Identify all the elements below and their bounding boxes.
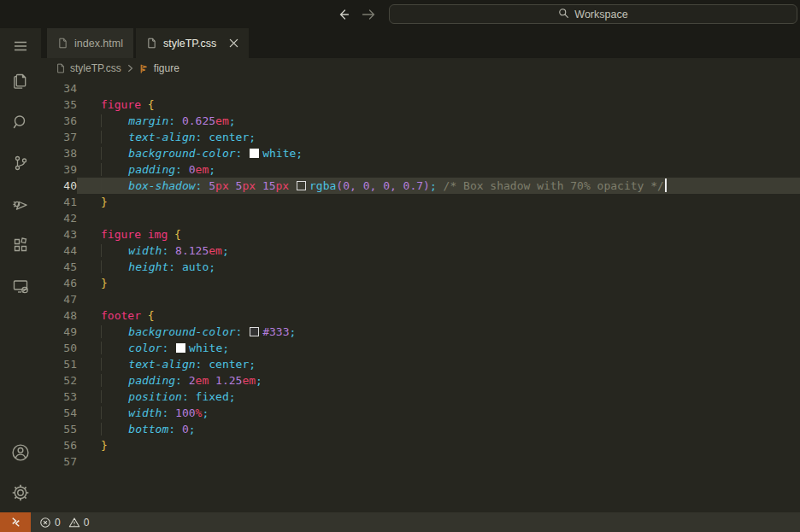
code-line[interactable]: 55 bottom: 0; [41, 421, 800, 437]
code-line[interactable]: 48footer { [41, 307, 800, 324]
code-line[interactable]: 53 position: fixed; [41, 389, 800, 405]
css-rule-symbol-icon [138, 63, 150, 74]
code-line[interactable]: 54 width: 100%; [41, 405, 800, 421]
error-count: 0 [55, 517, 61, 529]
tab-label: index.html [74, 38, 123, 50]
code-lines: 3435figure {36 margin: 0.625em;37 text-a… [41, 79, 800, 514]
activity-bar [0, 28, 41, 512]
line-number: 46 [41, 275, 77, 291]
tab-index-html[interactable]: index.html [47, 28, 134, 58]
line-number: 35 [41, 96, 77, 113]
code-line[interactable]: 44 width: 8.125em; [41, 243, 800, 259]
editor-group: index.html styleTP.css styleTP.css [41, 28, 800, 512]
line-number: 41 [41, 194, 77, 210]
line-number: 55 [41, 421, 77, 437]
line-number: 43 [41, 226, 77, 243]
color-swatch[interactable] [250, 327, 259, 336]
explorer-icon[interactable] [0, 64, 41, 98]
problems-status[interactable]: 0 0 [39, 517, 93, 529]
account-icon[interactable] [0, 436, 41, 470]
code-line[interactable]: 52 padding: 2em 1.25em; [41, 372, 800, 389]
back-arrow-icon[interactable] [336, 8, 350, 21]
status-bar: 0 0 [0, 512, 800, 532]
code-line[interactable]: 46} [41, 275, 800, 291]
remote-explorer-icon[interactable] [0, 269, 41, 303]
code-line[interactable]: 37 text-align: center; [41, 129, 800, 145]
code-line[interactable]: 50 color: white; [41, 340, 800, 356]
search-sidebar-icon[interactable] [0, 105, 41, 139]
command-center-label: Workspace [574, 9, 627, 20]
code-line[interactable]: 36 margin: 0.625em; [41, 113, 800, 129]
tab-styletp-css[interactable]: styleTP.css [136, 28, 249, 58]
color-swatch[interactable] [297, 181, 306, 190]
breadcrumb-symbol[interactable]: figure [154, 62, 179, 74]
source-control-icon[interactable] [0, 146, 41, 180]
code-line[interactable]: 45 height: auto; [41, 259, 800, 275]
line-number: 57 [41, 453, 77, 470]
code-line[interactable]: 34 [41, 80, 800, 96]
code-line[interactable]: 42 [41, 210, 800, 226]
file-icon [57, 38, 68, 49]
line-number: 50 [41, 340, 77, 356]
chevron-right-icon [126, 64, 134, 73]
line-number: 36 [41, 113, 77, 129]
code-line[interactable]: 49 background-color: #333; [41, 324, 800, 340]
line-number: 47 [41, 291, 77, 307]
line-number: 44 [41, 243, 77, 259]
line-number: 48 [41, 307, 77, 324]
forward-arrow-icon[interactable] [362, 8, 375, 21]
line-number: 56 [41, 437, 77, 453]
code-line[interactable]: 47 [41, 291, 800, 307]
code-line[interactable]: 56} [41, 437, 800, 453]
run-debug-icon[interactable] [0, 187, 41, 221]
file-icon [146, 38, 157, 49]
tab-label: styleTP.css [163, 38, 216, 50]
warning-count: 0 [84, 517, 90, 529]
line-number: 54 [41, 405, 77, 421]
line-number: 40 [41, 178, 77, 194]
line-number: 34 [41, 80, 77, 96]
line-number: 52 [41, 372, 77, 389]
code-line[interactable]: 57 [41, 453, 800, 470]
extensions-icon[interactable] [0, 228, 41, 262]
code-line[interactable]: 38 background-color: white; [41, 145, 800, 161]
line-number: 53 [41, 389, 77, 405]
line-number: 37 [41, 129, 77, 145]
code-line[interactable]: 35figure { [41, 96, 800, 113]
line-number: 49 [41, 324, 77, 340]
menu-icon[interactable] [0, 29, 41, 63]
line-number: 38 [41, 145, 77, 161]
breadcrumb: styleTP.css figure [41, 58, 800, 79]
color-swatch[interactable] [250, 149, 259, 158]
settings-gear-icon[interactable] [0, 476, 41, 510]
code-line[interactable]: 39 padding: 0em; [41, 161, 800, 178]
text-cursor [665, 178, 667, 192]
search-icon [558, 8, 569, 21]
code-line[interactable]: 43figure img { [41, 226, 800, 243]
color-swatch[interactable] [176, 343, 185, 353]
close-icon[interactable] [229, 38, 238, 48]
vscode-window: Workspace [0, 0, 800, 532]
line-number: 45 [41, 259, 77, 275]
code-line[interactable]: 51 text-align: center; [41, 356, 800, 372]
tab-bar: index.html styleTP.css [41, 28, 800, 58]
line-number: 39 [41, 161, 77, 178]
command-center-search[interactable]: Workspace [389, 4, 797, 24]
code-line[interactable]: 40 box-shadow: 5px 5px 15px rgba(0, 0, 0… [41, 178, 800, 194]
code-line[interactable]: 41} [41, 194, 800, 210]
remote-indicator[interactable] [0, 512, 31, 532]
warning-icon [68, 517, 80, 529]
line-number: 51 [41, 356, 77, 372]
file-icon [56, 63, 66, 73]
breadcrumb-file[interactable]: styleTP.css [70, 62, 121, 74]
line-number: 42 [41, 210, 77, 226]
error-icon [39, 517, 51, 529]
title-bar: Workspace [0, 0, 800, 28]
